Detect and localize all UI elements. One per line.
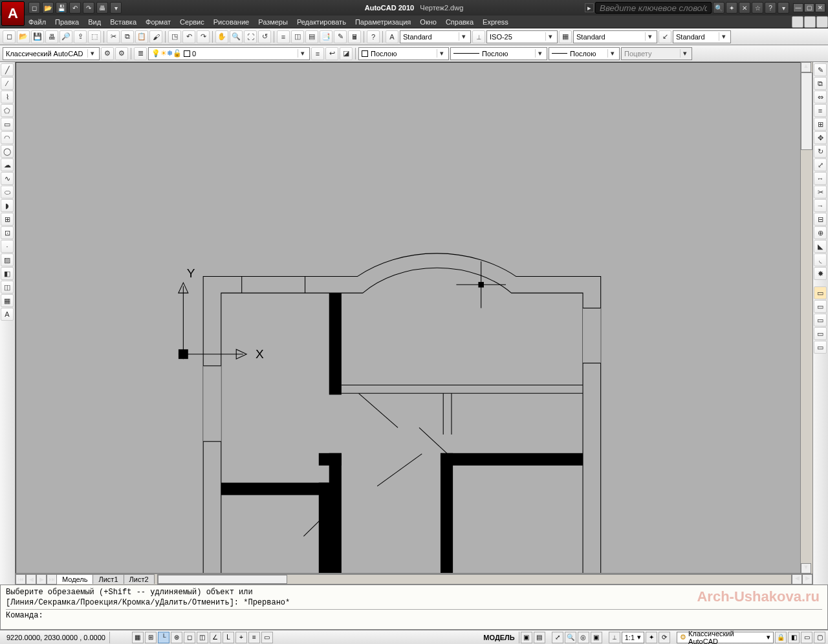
pan-status-icon[interactable]: ⤢ [552, 632, 563, 643]
3dprint-icon[interactable]: ⬚ [88, 30, 101, 43]
minimize-button[interactable]: — [793, 3, 803, 12]
open-icon[interactable]: 📂 [17, 30, 30, 43]
workspace-save-icon[interactable]: ⚙ [115, 47, 128, 60]
draworder-under-icon[interactable]: ▭ [814, 327, 827, 340]
markup-icon[interactable]: ✎ [334, 30, 347, 43]
osnap-toggle[interactable]: ◻ [184, 632, 195, 643]
designcenter-icon[interactable]: ◫ [291, 30, 304, 43]
rotate-icon[interactable]: ↻ [814, 145, 827, 158]
copy2-icon[interactable]: ⧉ [814, 77, 827, 90]
scale-icon[interactable]: ⤢ [814, 158, 827, 171]
arc-icon[interactable]: ◠ [1, 131, 14, 144]
annoscale-combo[interactable]: 1:1▾ [622, 632, 644, 643]
undo2-icon[interactable]: ↶ [182, 30, 195, 43]
save-icon[interactable]: 💾 [31, 30, 44, 43]
toolpalettes-icon[interactable]: ▤ [305, 30, 318, 43]
lwt-toggle[interactable]: ≡ [248, 632, 260, 643]
polar-toggle[interactable]: ⊛ [171, 632, 182, 643]
new-icon[interactable]: ◻ [3, 30, 16, 43]
space-label[interactable]: МОДЕЛЬ [479, 632, 519, 643]
array-icon[interactable]: ⊞ [814, 118, 827, 131]
workspace-settings-icon[interactable]: ⚙ [101, 47, 114, 60]
dyn-toggle[interactable]: + [235, 632, 247, 643]
showmotion-icon[interactable]: ▣ [591, 632, 602, 643]
menu-format[interactable]: Формат [146, 18, 171, 26]
maximize-button[interactable]: ▢ [804, 3, 814, 12]
menu-modify[interactable]: Редактировать [297, 18, 346, 26]
mtext-icon[interactable]: A [1, 308, 14, 321]
draworder-back-icon[interactable]: ▭ [814, 300, 827, 313]
textstyle-combo[interactable]: Standard▾ [400, 30, 471, 43]
3dosnap-toggle[interactable]: ◫ [197, 632, 208, 643]
dimstyle-combo[interactable]: ISO-25▾ [486, 30, 558, 43]
lineweight-combo[interactable]: Послою▾ [549, 47, 620, 60]
mleaderstyle-combo[interactable]: Standard▾ [673, 30, 731, 43]
tab-nav-last-icon[interactable]: ⏭ [47, 574, 57, 585]
qat-save-icon[interactable]: 💾 [56, 2, 67, 14]
drawing-canvas[interactable]: X Y [16, 62, 801, 574]
draworder-above-icon[interactable]: ▭ [814, 314, 827, 327]
ortho-toggle[interactable]: └ [158, 632, 169, 643]
matchprop-icon[interactable]: 🖌 [149, 30, 162, 43]
command-window[interactable]: Arch-Ushakova.ru Выберите обрезаемый (+S… [0, 585, 828, 630]
move-icon[interactable]: ✥ [814, 131, 827, 144]
stretch-icon[interactable]: ↔ [814, 172, 827, 185]
zoom-status-icon[interactable]: 🔍 [565, 632, 576, 643]
spline-icon[interactable]: ∿ [1, 172, 14, 185]
isolate-objects-icon[interactable]: ▭ [801, 632, 812, 643]
tab-layout2[interactable]: Лист2 [124, 574, 155, 584]
workspace-combo[interactable]: Классический AutoCAD▾ [3, 47, 100, 60]
tablestyle-icon[interactable]: ▦ [559, 30, 572, 43]
ellipsearc-icon[interactable]: ◗ [1, 199, 14, 212]
qat-print-icon[interactable]: 🖶 [96, 2, 108, 14]
rectangle-icon[interactable]: ▭ [1, 118, 14, 131]
layer-combo[interactable]: 💡☀❄🔓 0▾ [148, 47, 310, 60]
qat-dropdown-icon[interactable]: ▾ [110, 2, 122, 14]
otrack-toggle[interactable]: ∠ [210, 632, 221, 643]
circle-icon[interactable]: ◯ [1, 145, 14, 158]
tab-nav-prev-icon[interactable]: ◀ [26, 574, 36, 585]
infocenter-fav-icon[interactable]: ☆ [752, 2, 763, 14]
vertical-scrollbar[interactable]: ▲ ▼ [801, 62, 812, 574]
layer-states-icon[interactable]: ≡ [311, 47, 324, 60]
menu-file[interactable]: Файл [28, 18, 46, 26]
infocenter-exchange-icon[interactable]: ✕ [739, 2, 750, 14]
infocenter-search-icon[interactable]: 🔍 [713, 2, 724, 14]
menu-parametric[interactable]: Параметризация [355, 18, 411, 26]
color-combo[interactable]: Послою▾ [358, 47, 449, 60]
publish-icon[interactable]: ⇪ [74, 30, 87, 43]
annoauto-icon[interactable]: ⟳ [659, 632, 670, 643]
cut-icon[interactable]: ✂ [107, 30, 120, 43]
tablestyle-combo[interactable]: Standard▾ [573, 30, 657, 43]
menu-help[interactable]: Справка [446, 18, 474, 26]
help-dropdown-icon[interactable]: ▾ [778, 2, 789, 14]
erase-icon[interactable]: ✎ [814, 63, 827, 76]
tab-layout1[interactable]: Лист1 [93, 574, 124, 584]
table-icon[interactable]: ▦ [1, 294, 14, 307]
tab-model[interactable]: Модель [56, 574, 93, 584]
menu-draw[interactable]: Рисование [213, 18, 249, 26]
ducs-toggle[interactable]: L [223, 632, 234, 643]
pan-icon[interactable]: ✋ [215, 30, 228, 43]
join-icon[interactable]: ⊕ [814, 226, 827, 239]
linetype-combo[interactable]: Послою▾ [450, 47, 547, 60]
trim-icon[interactable]: ✂ [814, 186, 827, 199]
menu-insert[interactable]: Вставка [110, 18, 136, 26]
ellipse-icon[interactable]: ⬭ [1, 186, 14, 199]
preview-icon[interactable]: 🔎 [60, 30, 72, 43]
fillet-icon[interactable]: ◟ [814, 253, 827, 266]
makeblock-icon[interactable]: ⊡ [1, 226, 14, 239]
coords-readout[interactable]: 9220.0000, 2030.0000 , 0.0000 [3, 632, 110, 643]
steering-wheel-icon[interactable]: ◎ [578, 632, 589, 643]
zoom-prev-icon[interactable]: ↺ [258, 30, 271, 43]
layer-iso-icon[interactable]: ◪ [340, 47, 353, 60]
zoom-win-icon[interactable]: ⛶ [244, 30, 257, 43]
dimstyle-icon[interactable]: ⟂ [472, 30, 485, 43]
properties-icon[interactable]: ≡ [277, 30, 290, 43]
line-icon[interactable]: ╱ [1, 63, 14, 76]
search-input[interactable] [595, 2, 712, 14]
hscroll-left-icon[interactable]: ◀ [792, 574, 802, 585]
help-icon[interactable]: ? [765, 2, 776, 14]
clean-screen-icon[interactable]: ▢ [814, 632, 825, 643]
snap-toggle[interactable]: ▦ [132, 632, 144, 643]
